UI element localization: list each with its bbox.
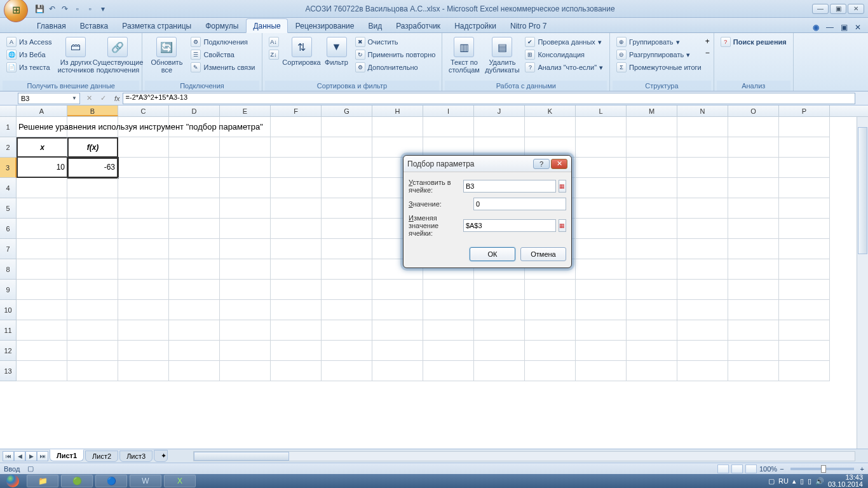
cell[interactable] <box>677 158 728 178</box>
sheet-tab[interactable]: Лист2 <box>85 451 118 462</box>
cell[interactable] <box>627 198 677 219</box>
horizontal-scrollbar[interactable] <box>193 451 855 461</box>
row-header[interactable]: 2 <box>0 137 17 158</box>
tab-home[interactable]: Главная <box>31 19 72 32</box>
cell[interactable] <box>118 239 169 259</box>
cell[interactable] <box>118 158 169 178</box>
dialog-help-button[interactable]: ? <box>533 159 550 169</box>
cell[interactable] <box>576 178 627 198</box>
cell-b2[interactable]: f(x) <box>67 137 118 158</box>
cell[interactable] <box>169 137 220 158</box>
cell[interactable] <box>627 117 677 137</box>
cell[interactable] <box>576 198 627 219</box>
tab-page-layout[interactable]: Разметка страницы <box>116 19 198 32</box>
cell[interactable] <box>169 300 220 320</box>
cell[interactable] <box>220 158 271 178</box>
cell[interactable] <box>17 259 67 280</box>
cell[interactable] <box>67 259 118 280</box>
restore-workbook-icon[interactable]: ▣ <box>839 22 849 32</box>
close-workbook-icon[interactable]: ✕ <box>853 22 863 32</box>
row-header[interactable]: 1 <box>0 117 17 137</box>
tray-chevron-icon[interactable]: ▴ <box>792 477 796 485</box>
cell[interactable] <box>525 361 576 381</box>
cell[interactable] <box>169 219 220 239</box>
cell[interactable] <box>423 361 474 381</box>
sort-desc-button[interactable]: Z↓ <box>266 48 281 61</box>
cell[interactable] <box>627 219 677 239</box>
cell[interactable] <box>322 137 372 158</box>
cell[interactable] <box>677 320 728 341</box>
cell[interactable] <box>118 137 169 158</box>
col-header[interactable]: N <box>677 105 728 116</box>
cell[interactable] <box>474 117 525 137</box>
cell[interactable] <box>220 320 271 341</box>
cell[interactable] <box>728 239 779 259</box>
vertical-scrollbar[interactable] <box>857 117 868 449</box>
cell[interactable] <box>728 198 779 219</box>
cell[interactable] <box>220 300 271 320</box>
cell[interactable] <box>576 137 627 158</box>
subtotal-button[interactable]: ΣПромежуточные итоги <box>614 61 704 74</box>
cell[interactable] <box>728 280 779 300</box>
cell[interactable] <box>728 178 779 198</box>
tab-view[interactable]: Вид <box>362 19 388 32</box>
row-header[interactable]: 13 <box>0 361 17 381</box>
cell[interactable] <box>677 300 728 320</box>
properties-button[interactable]: ☰Свойства <box>188 48 257 61</box>
cell[interactable] <box>627 178 677 198</box>
cell[interactable] <box>17 178 67 198</box>
task-excel[interactable]: X <box>164 475 196 487</box>
cell[interactable] <box>627 158 677 178</box>
cell[interactable] <box>271 341 322 361</box>
cell-b3-active[interactable]: -63 <box>67 158 118 178</box>
view-normal-button[interactable] <box>717 464 729 473</box>
cell-a2[interactable]: x <box>17 137 67 158</box>
cell[interactable] <box>17 239 67 259</box>
cell[interactable] <box>677 239 728 259</box>
cell[interactable] <box>677 259 728 280</box>
cell[interactable] <box>728 259 779 280</box>
help-icon[interactable]: ◉ <box>811 22 821 32</box>
cell[interactable] <box>423 341 474 361</box>
row-header[interactable]: 9 <box>0 280 17 300</box>
row-header[interactable]: 8 <box>0 259 17 280</box>
scrollbar-thumb[interactable] <box>194 452 289 461</box>
save-icon[interactable]: 💾 <box>34 4 44 14</box>
tab-insert[interactable]: Вставка <box>74 19 115 32</box>
minimize-ribbon-icon[interactable]: — <box>825 22 835 32</box>
col-header[interactable]: O <box>728 105 779 116</box>
office-button[interactable]: ⊞ <box>4 0 28 22</box>
text-to-columns-button[interactable]: ▥Текст по столбцам <box>446 36 482 75</box>
cell[interactable] <box>322 320 372 341</box>
row-header[interactable]: 7 <box>0 239 17 259</box>
cell[interactable] <box>271 117 322 137</box>
sort-button[interactable]: ⇅Сортировка <box>283 36 321 67</box>
cell[interactable] <box>779 361 830 381</box>
cell[interactable] <box>576 280 627 300</box>
clear-filter-button[interactable]: ✖Очистить <box>353 36 438 48</box>
tray-icon[interactable]: ▢ <box>768 477 775 485</box>
existing-connections-button[interactable]: 🔗Существующие подключения <box>97 36 138 75</box>
col-header[interactable]: G <box>322 105 372 116</box>
chevron-down-icon[interactable]: ▼ <box>72 95 77 101</box>
clock[interactable]: 13:43 03.10.2014 <box>828 474 863 488</box>
cell[interactable] <box>271 198 322 219</box>
tray-network-icon[interactable]: ▯ <box>808 477 811 485</box>
cell[interactable] <box>728 320 779 341</box>
cell[interactable] <box>728 137 779 158</box>
cell[interactable] <box>271 178 322 198</box>
cell[interactable] <box>118 259 169 280</box>
sheet-nav-first[interactable]: ⏮ <box>3 451 14 461</box>
row-header[interactable]: 4 <box>0 178 17 198</box>
cell[interactable] <box>677 219 728 239</box>
cell[interactable] <box>372 280 423 300</box>
set-cell-input[interactable] <box>463 180 556 193</box>
col-header[interactable]: J <box>474 105 525 116</box>
cell[interactable] <box>322 158 372 178</box>
what-if-button[interactable]: ?Анализ "что-если" ▾ <box>522 61 606 74</box>
tray-flag-icon[interactable]: ▯ <box>800 477 804 485</box>
cell[interactable] <box>779 158 830 178</box>
cell[interactable] <box>525 341 576 361</box>
col-header[interactable]: L <box>576 105 627 116</box>
maximize-button[interactable]: ▣ <box>830 4 846 14</box>
